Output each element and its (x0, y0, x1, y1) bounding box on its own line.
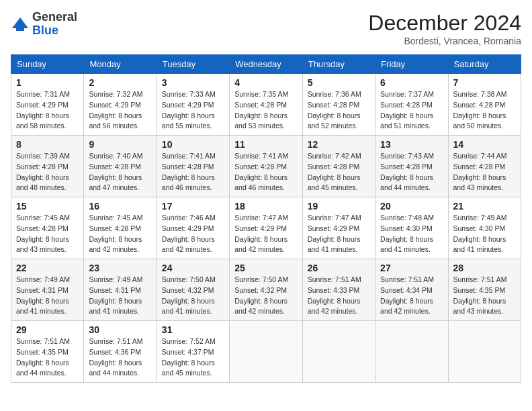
day-info: Sunrise: 7:45 AMSunset: 4:28 PMDaylight:… (89, 213, 151, 255)
day-number: 24 (162, 263, 224, 273)
day-info: Sunrise: 7:39 AMSunset: 4:28 PMDaylight:… (16, 151, 79, 193)
day-info: Sunrise: 7:51 AMSunset: 4:35 PMDaylight:… (16, 336, 79, 379)
calendar-day-cell: 13Sunrise: 7:43 AMSunset: 4:28 PMDayligh… (375, 136, 448, 197)
day-info: Sunrise: 7:33 AMSunset: 4:29 PMDaylight:… (162, 89, 224, 132)
day-number: 3 (162, 77, 224, 88)
calendar-week-row: 1Sunrise: 7:31 AMSunset: 4:29 PMDaylight… (11, 74, 521, 136)
calendar-header-row: SundayMondayTuesdayWednesdayThursdayFrid… (11, 55, 521, 74)
day-info: Sunrise: 7:50 AMSunset: 4:32 PMDaylight:… (234, 275, 297, 317)
day-number: 26 (308, 263, 370, 273)
calendar-day-cell: 31Sunrise: 7:52 AMSunset: 4:37 PMDayligh… (157, 321, 229, 383)
calendar-day-cell: 25Sunrise: 7:50 AMSunset: 4:32 PMDayligh… (230, 259, 302, 321)
calendar-day-cell: 23Sunrise: 7:49 AMSunset: 4:31 PMDayligh… (84, 259, 157, 321)
day-number: 15 (16, 201, 79, 212)
calendar-day-cell: 14Sunrise: 7:44 AMSunset: 4:28 PMDayligh… (448, 136, 521, 197)
calendar-day-cell: 21Sunrise: 7:49 AMSunset: 4:30 PMDayligh… (448, 197, 521, 259)
day-number: 27 (380, 263, 443, 273)
location: Bordesti, Vrancea, Romania (368, 36, 521, 46)
calendar-week-row: 15Sunrise: 7:45 AMSunset: 4:28 PMDayligh… (11, 197, 521, 259)
day-number: 1 (16, 77, 79, 88)
day-info: Sunrise: 7:44 AMSunset: 4:28 PMDaylight:… (453, 151, 516, 193)
day-info: Sunrise: 7:32 AMSunset: 4:29 PMDaylight:… (89, 89, 151, 132)
calendar-day-cell: 10Sunrise: 7:41 AMSunset: 4:28 PMDayligh… (157, 136, 229, 197)
day-info: Sunrise: 7:52 AMSunset: 4:37 PMDaylight:… (162, 336, 224, 379)
day-number: 13 (380, 139, 443, 150)
calendar-day-cell: 26Sunrise: 7:51 AMSunset: 4:33 PMDayligh… (302, 259, 375, 321)
day-info: Sunrise: 7:41 AMSunset: 4:28 PMDaylight:… (162, 151, 224, 193)
day-number: 28 (453, 263, 516, 273)
day-info: Sunrise: 7:49 AMSunset: 4:31 PMDaylight:… (16, 275, 79, 317)
day-info: Sunrise: 7:51 AMSunset: 4:34 PMDaylight:… (380, 275, 443, 317)
day-info: Sunrise: 7:50 AMSunset: 4:32 PMDaylight:… (162, 275, 224, 317)
calendar-day-cell: 11Sunrise: 7:41 AMSunset: 4:28 PMDayligh… (230, 136, 302, 197)
day-number: 2 (89, 77, 151, 88)
day-info: Sunrise: 7:43 AMSunset: 4:28 PMDaylight:… (380, 151, 443, 193)
calendar-table: SundayMondayTuesdayWednesdayThursdayFrid… (11, 54, 521, 383)
day-number: 5 (308, 77, 370, 88)
page-header: General Blue December 2024 Bordesti, Vra… (11, 11, 521, 46)
calendar-day-cell: 28Sunrise: 7:51 AMSunset: 4:35 PMDayligh… (448, 259, 521, 321)
day-info: Sunrise: 7:49 AMSunset: 4:30 PMDaylight:… (453, 213, 516, 255)
calendar-day-cell: 27Sunrise: 7:51 AMSunset: 4:34 PMDayligh… (375, 259, 448, 321)
day-info: Sunrise: 7:41 AMSunset: 4:28 PMDaylight:… (234, 151, 297, 193)
header-tuesday: Tuesday (157, 55, 229, 74)
calendar-day-cell: 4Sunrise: 7:35 AMSunset: 4:28 PMDaylight… (230, 74, 302, 136)
day-info: Sunrise: 7:47 AMSunset: 4:29 PMDaylight:… (308, 213, 370, 255)
calendar-day-cell (230, 321, 302, 383)
day-number: 6 (380, 77, 443, 88)
calendar-day-cell: 24Sunrise: 7:50 AMSunset: 4:32 PMDayligh… (157, 259, 229, 321)
calendar-day-cell: 1Sunrise: 7:31 AMSunset: 4:29 PMDaylight… (11, 74, 84, 136)
svg-rect-1 (16, 26, 24, 31)
day-number: 20 (380, 201, 443, 212)
calendar-week-row: 29Sunrise: 7:51 AMSunset: 4:35 PMDayligh… (11, 321, 521, 383)
logo-line1: General (32, 11, 77, 24)
day-number: 18 (234, 201, 297, 212)
calendar-day-cell: 17Sunrise: 7:46 AMSunset: 4:29 PMDayligh… (157, 197, 229, 259)
day-number: 29 (16, 324, 79, 335)
day-number: 8 (16, 139, 79, 150)
day-number: 22 (16, 263, 79, 273)
calendar-week-row: 22Sunrise: 7:49 AMSunset: 4:31 PMDayligh… (11, 259, 521, 321)
day-info: Sunrise: 7:31 AMSunset: 4:29 PMDaylight:… (16, 89, 79, 132)
day-number: 9 (89, 139, 151, 150)
calendar-day-cell: 12Sunrise: 7:42 AMSunset: 4:28 PMDayligh… (302, 136, 375, 197)
calendar-day-cell (302, 321, 375, 383)
day-number: 21 (453, 201, 516, 212)
logo-icon (11, 15, 30, 34)
day-number: 12 (308, 139, 370, 150)
day-number: 25 (234, 263, 297, 273)
header-thursday: Thursday (302, 55, 375, 74)
calendar-day-cell (375, 321, 448, 383)
day-info: Sunrise: 7:49 AMSunset: 4:31 PMDaylight:… (89, 275, 151, 317)
day-info: Sunrise: 7:37 AMSunset: 4:28 PMDaylight:… (380, 89, 443, 132)
day-info: Sunrise: 7:51 AMSunset: 4:36 PMDaylight:… (89, 336, 151, 379)
calendar-day-cell: 7Sunrise: 7:38 AMSunset: 4:28 PMDaylight… (448, 74, 521, 136)
calendar-day-cell: 6Sunrise: 7:37 AMSunset: 4:28 PMDaylight… (375, 74, 448, 136)
day-info: Sunrise: 7:42 AMSunset: 4:28 PMDaylight:… (308, 151, 370, 193)
calendar-week-row: 8Sunrise: 7:39 AMSunset: 4:28 PMDaylight… (11, 136, 521, 197)
day-info: Sunrise: 7:46 AMSunset: 4:29 PMDaylight:… (162, 213, 224, 255)
day-info: Sunrise: 7:47 AMSunset: 4:29 PMDaylight:… (234, 213, 297, 255)
calendar-day-cell (448, 321, 521, 383)
logo-line2: Blue (32, 24, 77, 38)
calendar-day-cell: 16Sunrise: 7:45 AMSunset: 4:28 PMDayligh… (84, 197, 157, 259)
header-friday: Friday (375, 55, 448, 74)
day-info: Sunrise: 7:35 AMSunset: 4:28 PMDaylight:… (234, 89, 297, 132)
calendar-day-cell: 18Sunrise: 7:47 AMSunset: 4:29 PMDayligh… (230, 197, 302, 259)
calendar-day-cell: 29Sunrise: 7:51 AMSunset: 4:35 PMDayligh… (11, 321, 84, 383)
day-info: Sunrise: 7:48 AMSunset: 4:30 PMDaylight:… (380, 213, 443, 255)
day-info: Sunrise: 7:36 AMSunset: 4:28 PMDaylight:… (308, 89, 370, 132)
day-number: 11 (234, 139, 297, 150)
day-info: Sunrise: 7:51 AMSunset: 4:33 PMDaylight:… (308, 275, 370, 317)
day-number: 10 (162, 139, 224, 150)
day-number: 30 (89, 324, 151, 335)
calendar-day-cell: 15Sunrise: 7:45 AMSunset: 4:28 PMDayligh… (11, 197, 84, 259)
calendar-day-cell: 22Sunrise: 7:49 AMSunset: 4:31 PMDayligh… (11, 259, 84, 321)
calendar-day-cell: 19Sunrise: 7:47 AMSunset: 4:29 PMDayligh… (302, 197, 375, 259)
day-number: 17 (162, 201, 224, 212)
header-saturday: Saturday (448, 55, 521, 74)
day-number: 14 (453, 139, 516, 150)
month-title: December 2024 (368, 11, 521, 36)
header-monday: Monday (84, 55, 157, 74)
calendar-day-cell: 20Sunrise: 7:48 AMSunset: 4:30 PMDayligh… (375, 197, 448, 259)
